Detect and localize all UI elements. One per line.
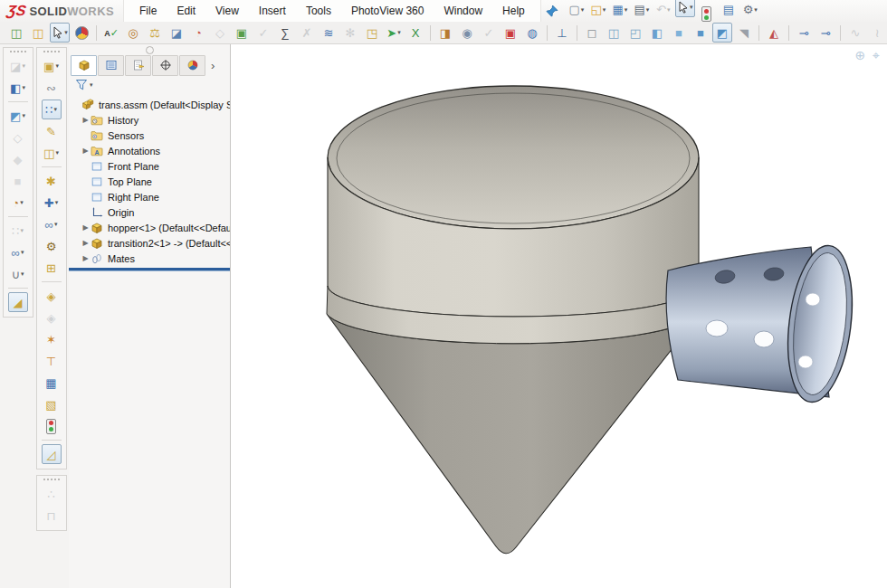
gear-mates-icon[interactable]: ⚙ [42, 236, 62, 256]
open-document-icon[interactable]: ◱▾ [588, 0, 608, 20]
design-check-icon[interactable]: ✗ [297, 23, 317, 43]
component-pattern-icon[interactable]: ∷▾ [8, 221, 28, 241]
print-icon[interactable]: ▤▾ [632, 0, 652, 20]
tree-item-mates[interactable]: ▶Mates [72, 251, 230, 266]
envelope-icon[interactable]: ◈ [42, 308, 62, 327]
active-sketch-tool-icon[interactable]: ◢ [8, 292, 28, 312]
model-3d-view[interactable] [231, 44, 887, 588]
freeze-icon[interactable]: ✻ [340, 23, 360, 43]
exploded-view-assembly-icon[interactable]: ⊤ [42, 351, 62, 371]
smart-components-icon[interactable]: ◈ [42, 286, 62, 306]
tree-item-hopper1[interactable]: ▶hopper<1> (Default<<Default>_Dis [72, 220, 230, 235]
timeline-icon[interactable]: ⊓ [42, 506, 62, 526]
import-diagnostics-icon[interactable]: ▣ [232, 23, 252, 43]
export-link-icon[interactable]: ➤▾ [384, 23, 404, 43]
select-cursor-icon[interactable]: ▾ [50, 23, 70, 43]
selection-filter-traffic-icon[interactable] [697, 5, 717, 24]
motion-manager-icon[interactable]: ∴ [42, 484, 62, 504]
edit-feature-icon[interactable]: ✎ [42, 121, 62, 141]
measure-icon[interactable]: ◎ [123, 23, 143, 43]
undo-icon[interactable]: ↶▾ [653, 0, 673, 20]
tree-item-origin[interactable]: Origin [72, 204, 230, 220]
menu-tools[interactable]: Tools [296, 0, 341, 22]
mate-icon[interactable]: ∞▾ [8, 242, 28, 262]
anchor-origin-icon[interactable]: ⊥ [552, 23, 572, 43]
photoview-preview-icon[interactable]: ◉ [457, 23, 477, 43]
expand-arrow-icon[interactable]: ▶ [81, 147, 91, 155]
pin-menu-icon[interactable] [545, 5, 558, 18]
interference-detection-icon[interactable] [42, 416, 62, 436]
tree-item-annotations[interactable]: ▶AAnnotations [72, 143, 230, 158]
copy-settings-icon[interactable]: ◳ [362, 23, 382, 43]
menu-photoview-360[interactable]: PhotoView 360 [341, 0, 434, 22]
expand-arrow-icon[interactable]: ▶ [81, 254, 91, 262]
new-motion-study-icon[interactable]: ✶ [42, 329, 62, 349]
expand-arrow-icon[interactable]: ▶ [81, 223, 91, 232]
menu-window[interactable]: Window [434, 0, 492, 22]
record-video-icon[interactable]: ▣ [501, 23, 520, 43]
move-component-icon[interactable]: ✚▾ [42, 193, 62, 213]
expand-arrow-icon[interactable]: ▶ [81, 116, 91, 124]
tree-item-top[interactable]: Top Plane [72, 174, 230, 189]
edit-component-icon[interactable]: ▣▾ [42, 56, 62, 76]
tree-item-transassm[interactable]: trans.assm (Default<Display State-1>) [72, 97, 230, 112]
photoview-options-icon[interactable]: ◍ [522, 23, 542, 43]
display-style-active-icon[interactable]: ◩ [712, 23, 732, 43]
shaded-with-edges-icon[interactable]: ◧ [647, 23, 667, 43]
displaymanager-tab[interactable] [179, 55, 205, 76]
tree-item-history[interactable]: ▶History [72, 112, 230, 128]
equations-icon[interactable]: ∑ [275, 23, 295, 43]
appearance-wheel-icon[interactable] [72, 23, 91, 43]
shaded-style-icon[interactable]: ■ [669, 23, 689, 43]
linear-component-pattern-icon[interactable]: ∷▾ [42, 100, 62, 119]
curve-tool-icon-2[interactable]: ≀ [867, 23, 887, 43]
tree-item-sensors[interactable]: Sensors [72, 128, 230, 143]
hidden-lines-visible-icon[interactable]: ◫ [604, 23, 624, 43]
smart-dimension-icon[interactable]: ◪▾ [8, 56, 28, 76]
view-setting-icon-1[interactable]: ⊸ [794, 23, 814, 43]
attachments-paperclip-icon[interactable]: ∾ [42, 78, 62, 98]
rollback-bar[interactable] [69, 268, 230, 270]
menu-file[interactable]: File [129, 0, 167, 22]
view-setting-icon-2[interactable]: ⊸ [815, 23, 835, 43]
appearance-target-icon[interactable]: ◔▾ [8, 193, 28, 213]
options-gear-icon[interactable]: ⚙▾ [740, 0, 760, 20]
menu-insert[interactable]: Insert [249, 0, 296, 22]
explode-line-sketch-icon[interactable]: ◇ [8, 128, 28, 147]
graphics-area[interactable]: ⊕⌖ [231, 44, 887, 588]
wireframe-style-icon[interactable]: ◻ [582, 23, 602, 43]
insert-components-icon[interactable]: ◫▾ [42, 143, 62, 163]
assembly-visualization-icon[interactable]: ▦ [42, 373, 62, 393]
hidden-lines-removed-icon[interactable]: ◰ [625, 23, 645, 43]
motion-icon[interactable]: ■ [8, 171, 28, 191]
appearance-eraser-icon[interactable]: ◥ [734, 23, 754, 43]
probe-corner-icon[interactable]: ⌖ [873, 48, 880, 63]
mate-icon[interactable]: ∞▾ [42, 214, 62, 234]
check-document-icon[interactable]: ✓ [253, 23, 273, 43]
make-smart-component-icon[interactable]: ◫ [28, 23, 48, 43]
section-view-icon[interactable]: ◭ [764, 23, 784, 43]
dimxpertmanager-tab[interactable] [152, 55, 178, 76]
curvature-icon[interactable]: ≋ [319, 23, 339, 43]
display-pane-icon[interactable]: ▤ [719, 0, 739, 20]
shadows-in-shaded-icon[interactable]: ■ [691, 23, 711, 43]
save-icon[interactable]: ▦▾ [610, 0, 630, 20]
performance-evaluation-icon[interactable]: ◔ [188, 23, 208, 43]
belt-chain-icon[interactable]: ∪▾ [8, 264, 28, 284]
assembly-performance-icon[interactable]: ▧ [42, 394, 62, 414]
insert-component-icon[interactable]: ◧▾ [8, 78, 28, 98]
menu-help[interactable]: Help [492, 0, 535, 22]
mate-diagnostics-icon[interactable]: ◇ [210, 23, 230, 43]
curve-tool-icon-1[interactable]: ∿ [845, 23, 865, 43]
excel-export-icon[interactable]: X [405, 23, 425, 43]
simulation-icon[interactable]: ◆ [8, 149, 28, 169]
featuremanager-tab[interactable] [71, 55, 97, 76]
tree-item-front[interactable]: Front Plane [72, 158, 230, 174]
tree-item-transition21[interactable]: ▶transition2<1> -> (Default<<Defau [72, 235, 230, 251]
expand-arrow-icon[interactable]: ▶ [81, 239, 91, 247]
hopper-top-opening[interactable] [328, 86, 699, 229]
select-cursor-icon[interactable]: ▾ [675, 0, 695, 17]
photoview-check-icon[interactable]: ✓ [479, 23, 499, 43]
menu-edit[interactable]: Edit [167, 0, 205, 22]
new-document-icon[interactable]: ▢▾ [567, 0, 587, 20]
